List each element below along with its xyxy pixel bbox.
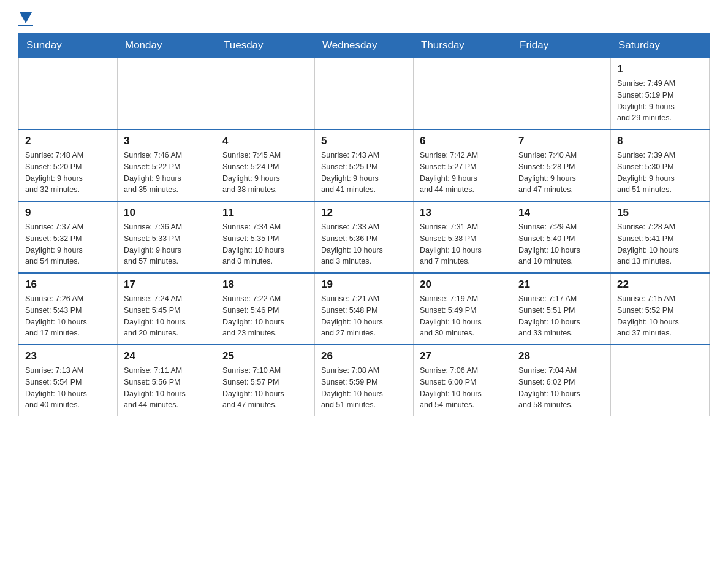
day-number: 26 bbox=[321, 350, 407, 362]
day-info: Sunrise: 7:26 AM Sunset: 5:43 PM Dayligh… bbox=[25, 293, 111, 339]
calendar-cell: 28Sunrise: 7:04 AM Sunset: 6:02 PM Dayli… bbox=[512, 345, 611, 416]
day-number: 28 bbox=[518, 350, 604, 362]
calendar-cell: 1Sunrise: 7:49 AM Sunset: 5:19 PM Daylig… bbox=[611, 58, 710, 130]
calendar-cell: 7Sunrise: 7:40 AM Sunset: 5:28 PM Daylig… bbox=[512, 129, 611, 201]
calendar-week-row: 1Sunrise: 7:49 AM Sunset: 5:19 PM Daylig… bbox=[19, 58, 710, 130]
day-number: 5 bbox=[321, 135, 407, 147]
logo-underline bbox=[18, 25, 33, 26]
day-info: Sunrise: 7:45 AM Sunset: 5:24 PM Dayligh… bbox=[222, 150, 308, 196]
calendar-cell: 22Sunrise: 7:15 AM Sunset: 5:52 PM Dayli… bbox=[611, 273, 710, 345]
day-number: 27 bbox=[420, 350, 506, 362]
calendar-cell: 4Sunrise: 7:45 AM Sunset: 5:24 PM Daylig… bbox=[216, 129, 315, 201]
calendar-week-row: 9Sunrise: 7:37 AM Sunset: 5:32 PM Daylig… bbox=[19, 201, 710, 273]
calendar-header-row: SundayMondayTuesdayWednesdayThursdayFrid… bbox=[19, 33, 710, 58]
weekday-header-tuesday: Tuesday bbox=[216, 33, 315, 58]
day-number: 19 bbox=[321, 278, 407, 291]
calendar-cell: 19Sunrise: 7:21 AM Sunset: 5:48 PM Dayli… bbox=[315, 273, 414, 345]
day-info: Sunrise: 7:08 AM Sunset: 5:59 PM Dayligh… bbox=[321, 365, 407, 411]
calendar-cell: 10Sunrise: 7:36 AM Sunset: 5:33 PM Dayli… bbox=[118, 201, 216, 273]
calendar-cell: 23Sunrise: 7:13 AM Sunset: 5:54 PM Dayli… bbox=[19, 345, 118, 416]
day-number: 25 bbox=[222, 350, 308, 362]
calendar-cell: 21Sunrise: 7:17 AM Sunset: 5:51 PM Dayli… bbox=[512, 273, 611, 345]
day-info: Sunrise: 7:10 AM Sunset: 5:57 PM Dayligh… bbox=[222, 365, 308, 411]
calendar-cell: 27Sunrise: 7:06 AM Sunset: 6:00 PM Dayli… bbox=[414, 345, 512, 416]
calendar-week-row: 2Sunrise: 7:48 AM Sunset: 5:20 PM Daylig… bbox=[19, 129, 710, 201]
day-number: 21 bbox=[518, 278, 604, 291]
calendar-cell: 6Sunrise: 7:42 AM Sunset: 5:27 PM Daylig… bbox=[414, 129, 512, 201]
day-number: 20 bbox=[420, 278, 506, 291]
day-info: Sunrise: 7:46 AM Sunset: 5:22 PM Dayligh… bbox=[124, 150, 210, 196]
calendar-table: SundayMondayTuesdayWednesdayThursdayFrid… bbox=[18, 33, 710, 416]
calendar-cell: 12Sunrise: 7:33 AM Sunset: 5:36 PM Dayli… bbox=[315, 201, 414, 273]
calendar-cell: 13Sunrise: 7:31 AM Sunset: 5:38 PM Dayli… bbox=[414, 201, 512, 273]
calendar-cell: 18Sunrise: 7:22 AM Sunset: 5:46 PM Dayli… bbox=[216, 273, 315, 345]
day-info: Sunrise: 7:36 AM Sunset: 5:33 PM Dayligh… bbox=[124, 221, 210, 267]
day-info: Sunrise: 7:11 AM Sunset: 5:56 PM Dayligh… bbox=[124, 365, 210, 411]
day-info: Sunrise: 7:19 AM Sunset: 5:49 PM Dayligh… bbox=[420, 293, 506, 339]
day-number: 16 bbox=[25, 278, 111, 291]
day-info: Sunrise: 7:22 AM Sunset: 5:46 PM Dayligh… bbox=[222, 293, 308, 339]
day-info: Sunrise: 7:04 AM Sunset: 6:02 PM Dayligh… bbox=[518, 365, 604, 411]
day-info: Sunrise: 7:49 AM Sunset: 5:19 PM Dayligh… bbox=[617, 78, 703, 124]
calendar-cell: 8Sunrise: 7:39 AM Sunset: 5:30 PM Daylig… bbox=[611, 129, 710, 201]
weekday-header-wednesday: Wednesday bbox=[315, 33, 414, 58]
weekday-header-monday: Monday bbox=[118, 33, 216, 58]
day-number: 13 bbox=[420, 207, 506, 219]
weekday-header-friday: Friday bbox=[512, 33, 611, 58]
calendar-cell: 11Sunrise: 7:34 AM Sunset: 5:35 PM Dayli… bbox=[216, 201, 315, 273]
calendar-cell bbox=[118, 58, 216, 130]
page-header bbox=[18, 12, 710, 26]
calendar-cell: 20Sunrise: 7:19 AM Sunset: 5:49 PM Dayli… bbox=[414, 273, 512, 345]
logo bbox=[18, 12, 33, 26]
day-info: Sunrise: 7:28 AM Sunset: 5:41 PM Dayligh… bbox=[617, 221, 703, 267]
day-number: 3 bbox=[124, 135, 210, 147]
day-number: 8 bbox=[617, 135, 703, 147]
calendar-cell: 26Sunrise: 7:08 AM Sunset: 5:59 PM Dayli… bbox=[315, 345, 414, 416]
day-info: Sunrise: 7:24 AM Sunset: 5:45 PM Dayligh… bbox=[124, 293, 210, 339]
day-info: Sunrise: 7:13 AM Sunset: 5:54 PM Dayligh… bbox=[25, 365, 111, 411]
calendar-cell bbox=[216, 58, 315, 130]
calendar-cell bbox=[611, 345, 710, 416]
weekday-header-saturday: Saturday bbox=[611, 33, 710, 58]
calendar-cell bbox=[414, 58, 512, 130]
day-info: Sunrise: 7:15 AM Sunset: 5:52 PM Dayligh… bbox=[617, 293, 703, 339]
day-info: Sunrise: 7:43 AM Sunset: 5:25 PM Dayligh… bbox=[321, 150, 407, 196]
day-info: Sunrise: 7:34 AM Sunset: 5:35 PM Dayligh… bbox=[222, 221, 308, 267]
calendar-cell: 16Sunrise: 7:26 AM Sunset: 5:43 PM Dayli… bbox=[19, 273, 118, 345]
day-number: 17 bbox=[124, 278, 210, 291]
day-number: 9 bbox=[25, 207, 111, 219]
day-number: 15 bbox=[617, 207, 703, 219]
day-number: 23 bbox=[25, 350, 111, 362]
day-number: 22 bbox=[617, 278, 703, 291]
day-number: 12 bbox=[321, 207, 407, 219]
day-info: Sunrise: 7:06 AM Sunset: 6:00 PM Dayligh… bbox=[420, 365, 506, 411]
day-info: Sunrise: 7:39 AM Sunset: 5:30 PM Dayligh… bbox=[617, 150, 703, 196]
day-info: Sunrise: 7:40 AM Sunset: 5:28 PM Dayligh… bbox=[518, 150, 604, 196]
day-info: Sunrise: 7:17 AM Sunset: 5:51 PM Dayligh… bbox=[518, 293, 604, 339]
day-number: 14 bbox=[518, 207, 604, 219]
calendar-cell bbox=[315, 58, 414, 130]
calendar-cell: 15Sunrise: 7:28 AM Sunset: 5:41 PM Dayli… bbox=[611, 201, 710, 273]
day-info: Sunrise: 7:29 AM Sunset: 5:40 PM Dayligh… bbox=[518, 221, 604, 267]
day-info: Sunrise: 7:48 AM Sunset: 5:20 PM Dayligh… bbox=[25, 150, 111, 196]
calendar-week-row: 23Sunrise: 7:13 AM Sunset: 5:54 PM Dayli… bbox=[19, 345, 710, 416]
calendar-cell bbox=[512, 58, 611, 130]
calendar-week-row: 16Sunrise: 7:26 AM Sunset: 5:43 PM Dayli… bbox=[19, 273, 710, 345]
weekday-header-thursday: Thursday bbox=[414, 33, 512, 58]
calendar-cell: 14Sunrise: 7:29 AM Sunset: 5:40 PM Dayli… bbox=[512, 201, 611, 273]
calendar-cell: 25Sunrise: 7:10 AM Sunset: 5:57 PM Dayli… bbox=[216, 345, 315, 416]
day-info: Sunrise: 7:37 AM Sunset: 5:32 PM Dayligh… bbox=[25, 221, 111, 267]
day-info: Sunrise: 7:33 AM Sunset: 5:36 PM Dayligh… bbox=[321, 221, 407, 267]
calendar-cell: 5Sunrise: 7:43 AM Sunset: 5:25 PM Daylig… bbox=[315, 129, 414, 201]
calendar-cell: 3Sunrise: 7:46 AM Sunset: 5:22 PM Daylig… bbox=[118, 129, 216, 201]
calendar-cell: 24Sunrise: 7:11 AM Sunset: 5:56 PM Dayli… bbox=[118, 345, 216, 416]
day-number: 7 bbox=[518, 135, 604, 147]
day-info: Sunrise: 7:21 AM Sunset: 5:48 PM Dayligh… bbox=[321, 293, 407, 339]
day-number: 1 bbox=[617, 63, 703, 75]
weekday-header-sunday: Sunday bbox=[19, 33, 118, 58]
day-number: 4 bbox=[222, 135, 308, 147]
day-number: 24 bbox=[124, 350, 210, 362]
day-info: Sunrise: 7:42 AM Sunset: 5:27 PM Dayligh… bbox=[420, 150, 506, 196]
calendar-cell bbox=[19, 58, 118, 130]
day-number: 10 bbox=[124, 207, 210, 219]
